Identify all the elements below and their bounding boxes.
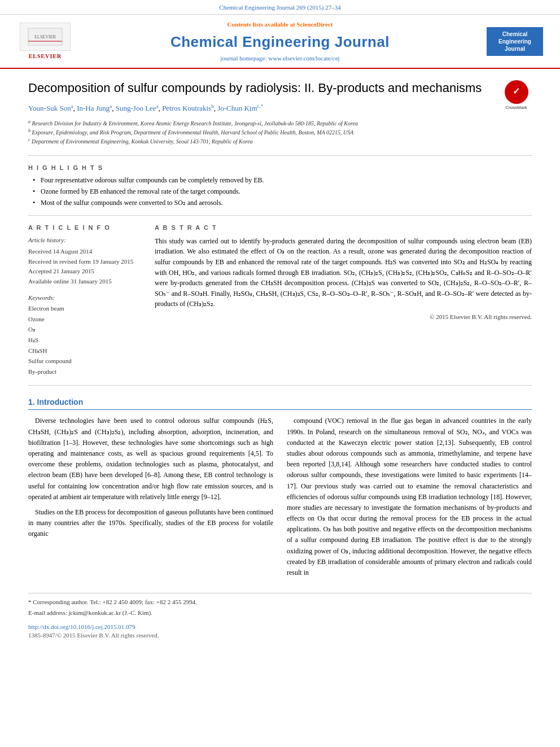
intro-para-2: Studies on the EB process for decomposit… [28, 507, 273, 540]
divider-3 [28, 385, 532, 386]
copyright-notice: © 2015 Elsevier B.V. All rights reserved… [155, 313, 532, 321]
intro-right-col: compound (VOC) removal in the flue gas b… [287, 416, 532, 583]
highlight-item-1: Four representative odorous sulfur compo… [33, 176, 532, 185]
article-title: Decomposition of sulfur compounds by rad… [28, 80, 532, 97]
divider-1 [28, 155, 532, 156]
divider-2 [28, 215, 532, 216]
crossmark-label: CrossMark [501, 105, 532, 111]
elsevier-label: ELSEVIER [29, 53, 62, 60]
elsevier-logo-image: ELSEVIER [20, 23, 71, 51]
journal-title: Chemical Engineering Journal [73, 32, 487, 52]
journal-homepage: journal homepage: www.elsevier.com/locat… [73, 54, 487, 63]
article-info-col: A R T I C L E I N F O Article history: R… [28, 224, 141, 377]
journal-badge-section: Chemical Engineering Journal [487, 27, 543, 56]
intro-para-right: compound (VOC) removal in the flue gas b… [287, 416, 532, 578]
introduction-body: Diverse technologies have been used to c… [28, 416, 532, 583]
highlights-label: H I G H L I G H T S [28, 164, 532, 172]
article-info-abstract: A R T I C L E I N F O Article history: R… [28, 224, 532, 377]
keywords-label: Keywords: [28, 294, 141, 302]
abstract-col: A B S T R A C T This study was carried o… [155, 224, 532, 377]
intro-left-col: Diverse technologies have been used to c… [28, 416, 273, 583]
journal-header-center: Contents lists available at ScienceDirec… [73, 20, 487, 63]
svg-text:ELSEVIER: ELSEVIER [34, 34, 56, 40]
journal-reference: Chemical Engineering Journal 269 (2015) … [0, 0, 560, 15]
crossmark-icon: ✓ [505, 80, 528, 104]
introduction-section: 1. Introduction Diverse technologies hav… [28, 397, 532, 583]
received-date: Received 14 August 2014 Received in revi… [28, 247, 141, 286]
highlight-item-2: Ozone formed by EB enhanced the removal … [33, 187, 532, 196]
corresponding-author: * Corresponding author. Tel.: +82 2 450 … [28, 598, 532, 606]
affiliations: a Research Division for Industry & Envir… [28, 119, 532, 146]
intro-para-1: Diverse technologies have been used to c… [28, 416, 273, 503]
highlights-list: Four representative odorous sulfur compo… [28, 176, 532, 207]
affiliation-c: c Department of Environmental Engineerin… [28, 137, 532, 146]
email-address: E-mail address: jckim@konkuk.ac.kr (J.-C… [28, 609, 532, 617]
highlight-item-3: Most of the sulfur compounds were conver… [33, 198, 532, 208]
article-info-label: A R T I C L E I N F O [28, 224, 141, 232]
sciencedirect-link: Contents lists available at ScienceDirec… [73, 20, 487, 29]
authors-line: Youn-Suk Sona, In-Ha Junga, Sung-Joo Lee… [28, 103, 532, 114]
elsevier-logo-section: ELSEVIER ELSEVIER [17, 23, 73, 60]
abstract-text: This study was carried out to identify b… [155, 236, 532, 309]
footnotes-section: * Corresponding author. Tel.: +82 2 450 … [28, 593, 532, 640]
journal-badge: Chemical Engineering Journal [487, 27, 543, 56]
keywords-section: Keywords: Electron beam Ozone O₃ H₂S CH₃… [28, 294, 141, 377]
doi-link[interactable]: http://dx.doi.org/10.1016/j.cej.2015.01.… [28, 623, 532, 631]
highlights-section: H I G H L I G H T S Four representative … [28, 164, 532, 208]
intro-text-right: compound (VOC) removal in the flue gas b… [287, 416, 532, 578]
affiliation-a: a Research Division for Industry & Envir… [28, 119, 532, 128]
abstract-section: This study was carried out to identify b… [155, 236, 532, 322]
crossmark-badge: ✓ CrossMark [501, 80, 532, 106]
article-history: Article history: Received 14 August 2014… [28, 236, 141, 287]
abstract-label: A B S T R A C T [155, 224, 532, 232]
history-label: Article history: [28, 236, 141, 244]
intro-text-left: Diverse technologies have been used to c… [28, 416, 273, 539]
affiliation-b: b Exposure, Epidemiology, and Risk Progr… [28, 128, 532, 137]
introduction-heading: 1. Introduction [28, 397, 532, 410]
issn-rights: 1385-8947/© 2015 Elsevier B.V. All right… [28, 631, 532, 640]
journal-header: ELSEVIER ELSEVIER Contents lists availab… [0, 15, 560, 68]
keywords-list: Electron beam Ozone O₃ H₂S CH₃SH Sulfur … [28, 303, 141, 377]
main-content: Decomposition of sulfur compounds by rad… [0, 69, 560, 652]
